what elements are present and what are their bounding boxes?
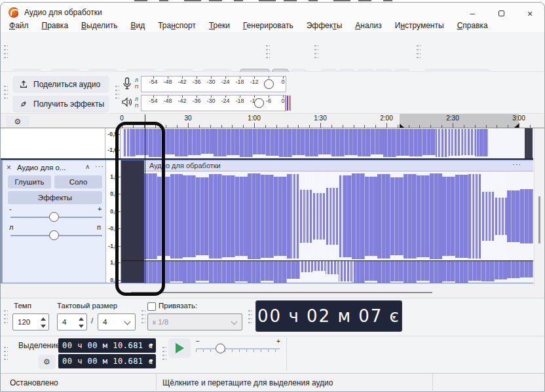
- pan-right-label: п: [97, 223, 101, 231]
- toolbar-grip[interactable]: [314, 44, 318, 60]
- meter-scale-label: -36: [192, 98, 200, 104]
- track1-vertical-ruler[interactable]: -0,5-1,0: [105, 128, 121, 158]
- ruler-tick: [442, 125, 442, 128]
- waveform-segment: [248, 261, 261, 283]
- timesig-spinner[interactable]: [77, 315, 85, 330]
- audio-position-display[interactable]: 00 ч 02 м 07 с ▾: [255, 300, 402, 332]
- clip-header[interactable]: Аудио для обработки ···: [144, 160, 533, 171]
- speed-slider-thumb[interactable]: [216, 344, 225, 353]
- selection-end-field[interactable]: 00 ч 00 м 10.681 с ▼: [58, 354, 156, 368]
- clip-menu-icon[interactable]: ···: [512, 160, 521, 168]
- meter-slider-thumb[interactable]: [264, 79, 274, 89]
- window-title: Аудио для обработки: [24, 8, 102, 17]
- waveform-segment: [157, 177, 170, 257]
- timeline-ruler[interactable]: 0301:001:302:002:303:00: [105, 114, 545, 128]
- waveform-segment: [358, 129, 371, 156]
- menu-item-8[interactable]: Анализ: [348, 20, 388, 32]
- solo-label: Соло: [69, 178, 88, 186]
- waveform-segment: [170, 261, 183, 281]
- toolbar-grip[interactable]: [3, 309, 8, 325]
- waveform-segment: [196, 177, 209, 255]
- vertical-scrollbar-thumb[interactable]: [538, 196, 540, 243]
- mute-button[interactable]: Глушить: [8, 175, 51, 188]
- meter-slider-thumb[interactable]: [254, 98, 264, 108]
- track1-waveform[interactable]: [122, 129, 488, 158]
- track2-collapse-icon[interactable]: ∧: [85, 163, 90, 170]
- clip-indicator: [285, 96, 286, 111]
- track2-title[interactable]: Аудио для о...: [17, 164, 83, 171]
- playhead-cursor[interactable]: [145, 115, 145, 283]
- solo-button[interactable]: Соло: [54, 175, 102, 188]
- menu-item-4[interactable]: Транспорт: [151, 20, 202, 32]
- horizontal-scrollbar-thumb[interactable]: [131, 292, 432, 293]
- track2-control-panel[interactable]: × Аудио для о... ∧ ··· Глушить Соло Эффе…: [1, 160, 106, 283]
- track2-vertical-ruler[interactable]: 1,00,50,0-0,5-1,01,00,5: [106, 160, 121, 283]
- record-meter[interactable]: -54-48-42-36-30-24-18-12-60: [141, 76, 286, 92]
- meter-scale-label: -30: [206, 98, 215, 104]
- ruler-tick: [331, 125, 332, 128]
- loop-region-end-marker[interactable]: [514, 124, 519, 128]
- menu-item-0[interactable]: Файл: [3, 20, 35, 32]
- toolbar-grip[interactable]: [162, 346, 166, 361]
- toolbar-grip[interactable]: [3, 346, 8, 361]
- get-effects-button[interactable]: Получить эффекты: [12, 96, 109, 113]
- menu-item-3[interactable]: Вид: [124, 20, 151, 32]
- meter-scale-label: -36: [192, 79, 200, 85]
- title-bar[interactable]: Аудио для обработки – ×: [1, 3, 544, 19]
- track2-waveform-area[interactable]: Аудио для обработки ···: [121, 160, 533, 283]
- track1-control-panel[interactable]: [1, 128, 105, 158]
- tempo-input[interactable]: 120: [12, 313, 49, 330]
- time-signature-label: Тактовый размер: [57, 302, 117, 310]
- toolbar-grip[interactable]: [3, 44, 8, 60]
- vertical-scrollbar[interactable]: [534, 128, 544, 286]
- toolbar-grip[interactable]: [3, 84, 8, 100]
- selection-options-button[interactable]: ⚙: [38, 355, 56, 369]
- track2-lower-channel-waveform[interactable]: [144, 261, 533, 283]
- track2-menu-icon[interactable]: ···: [95, 162, 104, 170]
- share-audio-button[interactable]: Поделиться аудио: [12, 76, 109, 93]
- timesig-upper-value: 4: [62, 318, 66, 326]
- effects-button[interactable]: Эффекты: [8, 191, 102, 204]
- toolbar-grip[interactable]: [416, 44, 421, 60]
- timesig-upper-input[interactable]: 4: [57, 313, 87, 330]
- background-remnant-dash: [184, 0, 201, 1]
- snap-checkbox[interactable]: [147, 302, 156, 311]
- menu-bar: ФайлПравкаВыделитьВидТранспортТрекиГенер…: [3, 20, 544, 32]
- horizontal-scrollbar[interactable]: [1, 286, 544, 298]
- menu-item-1[interactable]: Правка: [35, 20, 75, 32]
- menu-item-7[interactable]: Эффекты: [300, 20, 349, 32]
- toolbar-grip[interactable]: [248, 309, 252, 325]
- ruler-tick: [419, 125, 420, 128]
- snap-select[interactable]: к 1/8: [147, 313, 242, 330]
- selection-end-value: 00 ч 00 м 10.681 с: [62, 357, 153, 366]
- menu-item-2[interactable]: Выделить: [75, 20, 124, 32]
- playback-meter[interactable]: -54-48-42-36-30-24-18-12-60: [141, 95, 286, 111]
- track2-upper-channel-waveform[interactable]: [144, 172, 533, 260]
- playback-meter-right-label: П: [135, 103, 138, 109]
- toolbar-grip[interactable]: [115, 84, 119, 100]
- menu-item-6[interactable]: Генерировать: [236, 20, 300, 32]
- menu-item-10[interactable]: Справка: [451, 20, 495, 32]
- loop-region-start-marker[interactable]: [400, 124, 404, 128]
- ruler-tick: [364, 125, 365, 128]
- play-at-speed-button[interactable]: [168, 338, 191, 358]
- gain-slider-thumb[interactable]: [49, 212, 59, 222]
- waveform-segment: [507, 190, 520, 241]
- ruler-tick: [519, 123, 519, 128]
- toolbar-grip[interactable]: [141, 309, 145, 325]
- pan-slider-thumb[interactable]: [49, 230, 59, 240]
- loop-region[interactable]: [400, 114, 519, 128]
- vertical-ruler-tick: [118, 134, 120, 135]
- track1-waveform-area[interactable]: [121, 128, 533, 158]
- menu-item-5[interactable]: Треки: [202, 20, 236, 32]
- waveform-segment: [175, 129, 188, 156]
- get-effects-label: Получить эффекты: [33, 99, 104, 109]
- tempo-spinner[interactable]: [39, 315, 47, 330]
- ruler-tick: [530, 125, 531, 128]
- menu-item-9[interactable]: Инструменты: [388, 20, 451, 32]
- toolbar-grip[interactable]: [265, 44, 270, 60]
- track2-close-icon[interactable]: ×: [7, 163, 11, 172]
- timeline-options-button[interactable]: ⚙: [6, 116, 29, 127]
- timesig-lower-select[interactable]: 4: [98, 313, 136, 330]
- selection-start-field[interactable]: 00 ч 00 м 10.681 с ▼: [58, 338, 156, 353]
